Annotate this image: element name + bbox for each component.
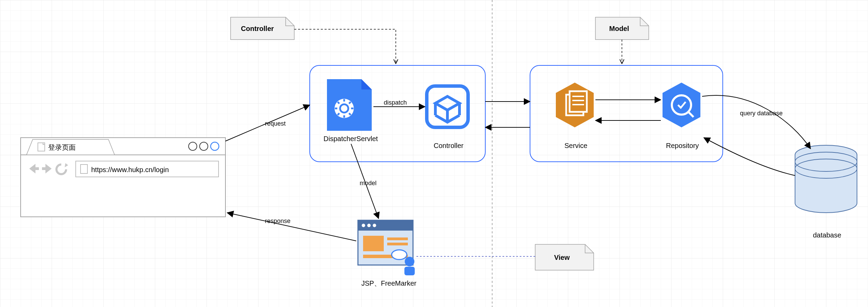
edge-request-label: request <box>265 120 286 127</box>
browser-tab-title: 登录页面 <box>48 144 76 151</box>
svg-rect-34 <box>363 236 384 251</box>
url-text: https://www.hukp.cn/login <box>91 166 169 173</box>
edge-dispatch-label: dispatch <box>384 99 407 106</box>
svg-rect-35 <box>387 237 408 240</box>
edge-query-label: query database <box>740 110 783 117</box>
svg-point-31 <box>362 224 365 227</box>
service-label: Service <box>564 142 588 149</box>
svg-line-9 <box>349 113 351 115</box>
svg-point-33 <box>373 224 376 227</box>
svg-line-8 <box>338 102 339 104</box>
svg-rect-39 <box>404 267 415 275</box>
svg-rect-30 <box>358 220 413 231</box>
edge-response-label: response <box>265 218 290 224</box>
dispatcher-label: DispatcherServlet <box>324 135 378 142</box>
svg-rect-36 <box>387 243 408 245</box>
view-note-label: View <box>554 254 570 261</box>
repository-label: Repository <box>666 142 699 149</box>
svg-line-10 <box>338 113 339 115</box>
view-engine-label: JSP、FreeMarker <box>361 279 416 287</box>
controller-label: Controller <box>434 142 464 149</box>
model-note: Model <box>595 17 649 40</box>
browser-window: 登录页面 https://www.hukp.cn/login <box>21 138 225 217</box>
svg-point-32 <box>367 224 371 227</box>
edge-model-label: model <box>360 180 377 187</box>
svg-line-11 <box>349 102 351 104</box>
canvas: Controller Model View DispatcherServlet … <box>0 0 868 307</box>
controller-note-label: Controller <box>241 25 274 32</box>
model-note-label: Model <box>609 25 629 32</box>
view-note: View <box>535 244 594 270</box>
svg-point-2 <box>335 99 354 118</box>
controller-note: Controller <box>231 17 294 40</box>
svg-point-40 <box>392 250 407 260</box>
svg-point-38 <box>405 257 414 266</box>
svg-rect-18 <box>570 91 587 112</box>
database-label: database <box>813 231 841 239</box>
